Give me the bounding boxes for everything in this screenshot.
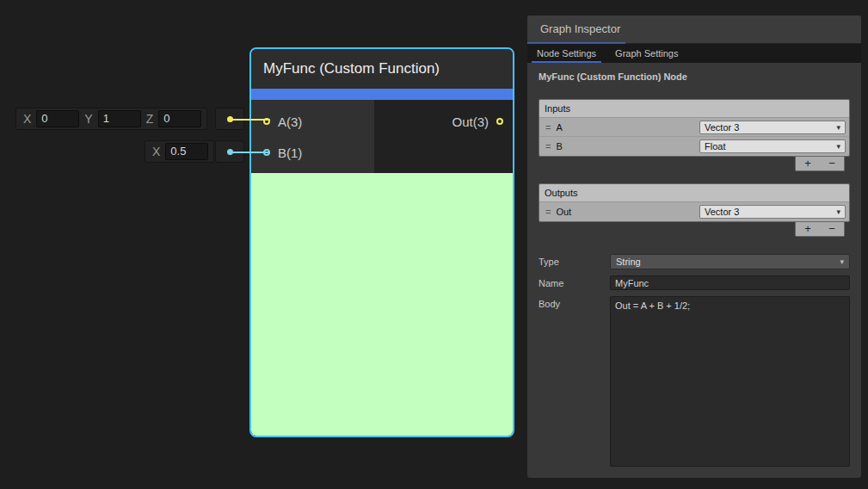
inputs-list: Inputs = A Vector 3 ▾ = B Float ▾	[539, 99, 850, 157]
chevron-down-icon: ▾	[836, 207, 840, 216]
inspector-titlebar[interactable]: Graph Inspector	[527, 15, 861, 44]
tab-graph-settings[interactable]: Graph Settings	[606, 44, 687, 63]
vector-x-field[interactable]: 0	[36, 110, 79, 127]
input-a-name: A	[556, 122, 699, 133]
name-field[interactable]: MyFunc	[610, 275, 850, 290]
node-title[interactable]: MyFunc (Custom Function)	[251, 49, 513, 89]
node-output-ports: Out(3)	[374, 100, 513, 173]
inputs-list-header: Inputs	[539, 100, 849, 118]
remove-input-button[interactable]: −	[820, 157, 844, 170]
inspector-title: Graph Inspector	[540, 22, 620, 35]
type-dropdown[interactable]: String ▾	[610, 254, 850, 269]
node-port-area: A(3) B(1) Out(3)	[251, 100, 513, 173]
output-out-type-value: Vector 3	[705, 207, 739, 217]
port-row-out: Out(3)	[452, 106, 513, 137]
input-b-type-dropdown[interactable]: Float ▾	[699, 139, 846, 153]
port-a-label: A(3)	[278, 115, 302, 129]
type-value: String	[616, 257, 641, 267]
body-property-row: Body Out = A + B + 1/2;	[539, 296, 850, 467]
inspector-body: MyFunc (Custom Function) Node Inputs = A…	[527, 63, 861, 467]
inspector-tab-bar: Node Settings Graph Settings	[527, 44, 861, 63]
drag-handle-icon[interactable]: =	[545, 141, 550, 152]
inputs-list-footer: + −	[795, 157, 845, 171]
chevron-down-icon: ▾	[840, 257, 844, 266]
vector-y-label: Y	[83, 112, 94, 126]
tab-node-settings[interactable]: Node Settings	[527, 44, 606, 63]
chevron-down-icon: ▾	[836, 142, 840, 151]
output-out-name: Out	[556, 207, 699, 217]
body-textarea[interactable]: Out = A + B + 1/2;	[610, 296, 850, 467]
custom-function-node[interactable]: MyFunc (Custom Function) A(3) B(1) Out(3…	[249, 47, 514, 437]
vector-z-field[interactable]: 0	[158, 110, 201, 127]
outputs-list-header: Outputs	[539, 184, 849, 202]
output-out-type-dropdown[interactable]: Vector 3 ▾	[699, 205, 846, 219]
inputs-row-a[interactable]: = A Vector 3 ▾	[539, 118, 849, 137]
port-row-a: A(3)	[251, 106, 374, 137]
node-input-ports: A(3) B(1)	[251, 100, 374, 173]
graph-inspector-panel: Graph Inspector Node Settings Graph Sett…	[527, 15, 861, 478]
outputs-list: Outputs = Out Vector 3 ▾	[539, 183, 850, 222]
input-b-name: B	[556, 141, 699, 152]
input-a-type-dropdown[interactable]: Vector 3 ▾	[699, 121, 846, 134]
drag-handle-icon[interactable]: =	[545, 122, 550, 133]
type-label: Type	[539, 254, 610, 267]
wire-vector3-to-a[interactable]	[229, 119, 270, 121]
input-a-type-value: Vector 3	[705, 122, 739, 133]
name-label: Name	[539, 275, 610, 288]
outputs-list-footer: + −	[795, 222, 845, 237]
remove-output-button[interactable]: −	[820, 222, 844, 236]
port-b-label: B(1)	[278, 145, 302, 160]
spacer	[539, 237, 850, 254]
name-property-row: Name MyFunc	[539, 275, 850, 290]
drag-handle-icon[interactable]: =	[545, 207, 550, 217]
add-input-button[interactable]: +	[796, 157, 820, 170]
vector3-input-widget: X 0 Y 1 Z 0	[15, 108, 207, 130]
spacer	[539, 171, 850, 183]
add-output-button[interactable]: +	[796, 222, 820, 236]
port-out-label: Out(3)	[452, 115, 489, 129]
chevron-down-icon: ▾	[836, 123, 840, 132]
float-x-field[interactable]: 0.5	[165, 143, 208, 160]
input-b-type-value: Float	[705, 141, 725, 152]
vector-y-field[interactable]: 1	[98, 110, 141, 127]
node-accent-bar	[251, 89, 513, 100]
vector-z-label: Z	[145, 112, 156, 126]
outputs-row-out[interactable]: = Out Vector 3 ▾	[539, 202, 849, 221]
vector-x-label: X	[22, 112, 33, 126]
type-property-row: Type String ▾	[539, 254, 850, 269]
body-label: Body	[539, 296, 610, 309]
node-heading: MyFunc (Custom Function) Node	[539, 71, 850, 82]
wire-float-to-b[interactable]	[229, 152, 270, 153]
float-x-label: X	[151, 145, 162, 158]
port-out-icon[interactable]	[496, 118, 503, 125]
float-input-widget: X 0.5	[145, 140, 214, 163]
inputs-row-b[interactable]: = B Float ▾	[539, 137, 849, 156]
node-preview	[251, 173, 513, 436]
